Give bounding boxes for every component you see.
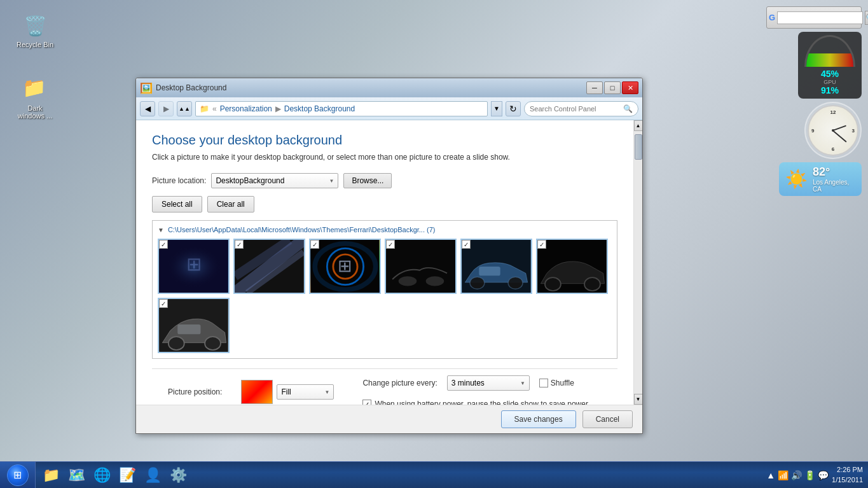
svg-point-16 — [470, 277, 485, 289]
taskbar-volume-icon[interactable]: 🔊 — [791, 470, 802, 480]
shuffle-checkbox[interactable] — [539, 379, 548, 387]
picture-position-label: Picture position: — [168, 387, 222, 396]
group-path: C:\Users\User\AppData\Local\Microsoft\Wi… — [168, 226, 436, 234]
taskbar-icon-chrome[interactable]: 🌐 — [90, 464, 114, 487]
clock-hand-hour — [833, 125, 846, 131]
image-item[interactable]: ✓ — [158, 298, 230, 353]
search-icon: 🔍 — [623, 104, 633, 113]
taskbar-icon-explorer[interactable]: 📁 — [39, 464, 63, 487]
taskbar-battery-icon[interactable]: 🔋 — [804, 470, 815, 480]
start-button[interactable]: ⊞ — [0, 462, 36, 489]
window-footer: Save changes Cancel — [136, 405, 642, 433]
taskbar-clock[interactable]: 2:26 PM 1/15/2011 — [832, 465, 863, 485]
image-checkbox-5[interactable]: ✓ — [462, 240, 471, 249]
taskbar-network-icon[interactable]: 📶 — [778, 470, 789, 480]
image-group-header: ▼ C:\Users\User\AppData\Local\Microsoft\… — [158, 226, 612, 234]
recycle-bin-icon[interactable]: 🗑️ Recycle Bin — [13, 13, 57, 48]
taskbar-date: 1/15/2011 — [832, 475, 863, 485]
taskbar: ⊞ 📁 🗺️ 🌐 📝 👤 ⚙️ ▲ 📶 🔊 🔋 💬 2:26 PM 1/15/2… — [0, 461, 868, 488]
scrollbar-track[interactable] — [634, 131, 643, 394]
change-picture-label: Change picture every: — [362, 379, 437, 387]
address-dropdown-button[interactable]: ▼ — [491, 101, 502, 116]
save-changes-button[interactable]: Save changes — [501, 410, 576, 428]
position-select[interactable]: Fill ▼ — [277, 384, 334, 400]
image-item[interactable]: ✓ — [460, 239, 532, 294]
clear-all-button[interactable]: Clear all — [207, 196, 254, 213]
window-controls: ─ □ ✕ — [586, 81, 638, 94]
google-search-bar[interactable]: G 🔍 — [766, 6, 862, 29]
taskbar-icon-settings[interactable]: ⚙️ — [166, 464, 190, 487]
google-search-button[interactable]: 🔍 — [865, 11, 868, 25]
taskbar-icon-maps[interactable]: 🗺️ — [64, 464, 88, 487]
scrollbar-thumb[interactable] — [635, 134, 642, 160]
image-item[interactable]: ✓ ⊞ — [158, 239, 230, 294]
shuffle-text: Shuffle — [551, 379, 574, 387]
interval-select[interactable]: 3 minutes ▼ — [447, 375, 530, 391]
google-search-input[interactable] — [777, 11, 863, 24]
weather-city: Los Angeles, CA — [813, 179, 855, 193]
scrollbar-down-button[interactable]: ▼ — [634, 394, 643, 405]
interval-value: 3 minutes — [451, 379, 485, 387]
window-close-button[interactable]: ✕ — [622, 81, 638, 94]
cancel-button[interactable]: Cancel — [582, 410, 633, 428]
window-addressbar: ◀ ▶ ▲▲ 📁 « Personalization ▶ Desktop Bac… — [136, 97, 642, 120]
desktop-background-window: 🖼️ Desktop Background ─ □ ✕ ◀ ▶ ▲▲ 📁 « P… — [135, 78, 643, 434]
gpu-meter — [804, 35, 855, 67]
gpu-widget: 45% GPU 91% — [798, 32, 862, 99]
image-checkbox-4[interactable]: ✓ — [386, 240, 395, 249]
window-titlebar: 🖼️ Desktop Background ─ □ ✕ — [136, 78, 642, 97]
image-item[interactable]: ✓ — [385, 239, 457, 294]
window-maximize-button[interactable]: □ — [604, 81, 621, 94]
taskbar-time: 2:26 PM — [832, 465, 863, 475]
svg-point-24 — [205, 337, 221, 350]
nav-forward-button[interactable]: ▶ — [158, 101, 174, 116]
taskbar-right: ▲ 📶 🔊 🔋 💬 2:26 PM 1/15/2011 — [761, 462, 868, 488]
taskbar-icon-word[interactable]: 📝 — [115, 464, 139, 487]
gpu-percent1: 45% — [803, 69, 857, 79]
position-dropdown-arrow: ▼ — [324, 389, 329, 395]
refresh-button[interactable]: ↻ — [506, 101, 521, 116]
window-content: Choose your desktop background Click a p… — [136, 120, 642, 433]
svg-point-21 — [584, 277, 600, 291]
browse-button[interactable]: Browse... — [343, 173, 392, 188]
position-preview — [241, 380, 273, 404]
breadcrumb-personalization[interactable]: Personalization — [220, 104, 272, 113]
taskbar-action-center-icon[interactable]: 💬 — [818, 470, 829, 480]
battery-checkbox[interactable]: ✓ — [362, 400, 371, 405]
image-checkbox-3[interactable]: ✓ — [310, 240, 319, 249]
image-item[interactable]: ✓ — [536, 239, 608, 294]
scrollbar-up-button[interactable]: ▲ — [634, 120, 643, 131]
shuffle-label[interactable]: Shuffle — [539, 379, 574, 387]
nav-up-button[interactable]: ▲▲ — [177, 101, 192, 116]
svg-point-13 — [399, 276, 417, 286]
search-input[interactable] — [530, 105, 621, 113]
picture-location-label: Picture location: — [152, 176, 206, 185]
window-minimize-button[interactable]: ─ — [586, 81, 603, 94]
taskbar-up-arrow-icon[interactable]: ▲ — [766, 470, 775, 480]
recycle-bin-label: Recycle Bin — [17, 41, 53, 48]
picture-location-dropdown-arrow: ▼ — [329, 178, 334, 184]
picture-location-value: DesktopBackground — [216, 176, 284, 185]
image-item[interactable]: ✓ — [233, 239, 305, 294]
nav-back-button[interactable]: ◀ — [140, 101, 155, 116]
svg-rect-12 — [387, 240, 455, 293]
breadcrumb-desktop-background[interactable]: Desktop Background — [284, 104, 355, 113]
widget-area: G 🔍 45% GPU 91% 12 3 6 9 — [766, 6, 862, 196]
svg-point-20 — [545, 277, 561, 291]
image-checkbox-1[interactable]: ✓ — [159, 240, 168, 249]
image-checkbox-6[interactable]: ✓ — [537, 240, 546, 249]
svg-point-17 — [508, 277, 523, 289]
clock-hand-minute — [833, 130, 847, 142]
taskbar-icon-user[interactable]: 👤 — [141, 464, 165, 487]
image-checkbox-2[interactable]: ✓ — [235, 240, 244, 249]
image-checkbox-7[interactable]: ✓ — [159, 299, 168, 308]
folder-icon[interactable]: 📁 Darkwindows ... — [13, 76, 57, 120]
select-all-button[interactable]: Select all — [152, 196, 202, 213]
content-area: Choose your desktop background Click a p… — [136, 120, 633, 405]
image-thumb-1: ⊞ — [158, 239, 230, 294]
image-item[interactable]: ✓ ⊞ — [309, 239, 381, 294]
svg-rect-18 — [479, 267, 500, 275]
weather-widget: ☀️ 82° Los Angeles, CA — [779, 162, 862, 196]
svg-rect-25 — [177, 324, 200, 334]
picture-location-select[interactable]: DesktopBackground ▼ — [211, 173, 338, 188]
